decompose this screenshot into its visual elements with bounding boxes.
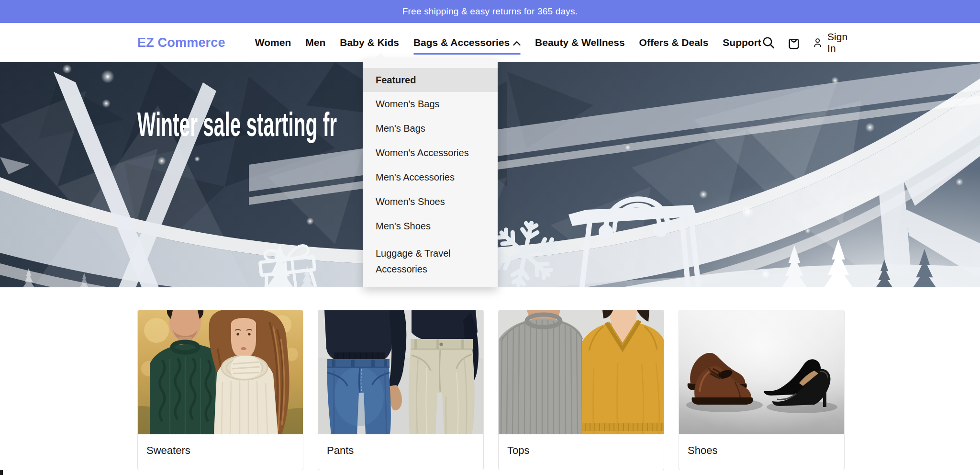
cart-button[interactable]: [786, 35, 802, 50]
card-label-pants: Pants: [318, 434, 483, 467]
menu-item-featured[interactable]: Featured: [363, 68, 498, 92]
pants-image: [318, 310, 483, 434]
category-card-pants[interactable]: Pants: [318, 310, 484, 470]
category-cards: Sweaters: [137, 310, 845, 470]
sign-in-label: Sign In: [827, 31, 852, 54]
menu-item-womens-bags[interactable]: Women's Bags: [363, 92, 498, 116]
card-label-shoes: Shoes: [679, 434, 844, 467]
nav-item-offers-deals[interactable]: Offers & Deals: [639, 34, 709, 51]
stray-artifact: [0, 470, 3, 475]
menu-item-luggage-travel[interactable]: Luggage & Travel Accessories: [363, 241, 498, 277]
card-label-sweaters: Sweaters: [138, 434, 303, 467]
shopping-bag-icon: [786, 34, 802, 51]
hero-title: Winter sale starting fr: [137, 108, 337, 141]
card-label-tops: Tops: [499, 434, 664, 467]
bags-accessories-menu: Featured Women's Bags Men's Bags Women's…: [363, 58, 498, 287]
menu-item-mens-shoes[interactable]: Men's Shoes: [363, 214, 498, 238]
menu-item-womens-accessories[interactable]: Women's Accessories: [363, 141, 498, 165]
header-actions: Sign In: [761, 31, 852, 54]
nav-item-men[interactable]: Men: [305, 34, 325, 51]
header: EZ Commerce Women Men Baby & Kids Bags &…: [0, 23, 980, 62]
announcement-bar: Free shipping & easy returns for 365 day…: [0, 0, 980, 23]
search-button[interactable]: [761, 35, 776, 50]
sweaters-image: [138, 310, 303, 434]
menu-item-mens-accessories[interactable]: Men's Accessories: [363, 165, 498, 190]
nav-item-baby-kids[interactable]: Baby & Kids: [340, 34, 399, 51]
announcement-text: Free shipping & easy returns for 365 day…: [402, 6, 578, 17]
search-icon: [761, 35, 776, 50]
page: Free shipping & easy returns for 365 day…: [0, 0, 980, 475]
shoes-image: [679, 310, 844, 434]
menu-item-womens-shoes[interactable]: Women's Shoes: [363, 190, 498, 214]
category-card-shoes[interactable]: Shoes: [679, 310, 845, 470]
chevron-up-icon: [513, 37, 521, 48]
menu-item-mens-bags[interactable]: Men's Bags: [363, 116, 498, 141]
main-nav: Women Men Baby & Kids Bags & Accessories…: [255, 34, 761, 51]
header-inner: EZ Commerce Women Men Baby & Kids Bags &…: [137, 23, 836, 62]
tops-image: [499, 310, 664, 434]
nav-item-women[interactable]: Women: [255, 34, 291, 51]
nav-item-bags-accessories[interactable]: Bags & Accessories: [413, 34, 521, 51]
nav-item-support[interactable]: Support: [723, 34, 761, 51]
sign-in-button[interactable]: Sign In: [812, 31, 852, 54]
user-icon: [812, 35, 823, 50]
category-card-tops[interactable]: Tops: [498, 310, 664, 470]
nav-item-beauty-wellness[interactable]: Beauty & Wellness: [535, 34, 625, 51]
category-card-sweaters[interactable]: Sweaters: [137, 310, 303, 470]
brand-logo[interactable]: EZ Commerce: [137, 35, 225, 50]
